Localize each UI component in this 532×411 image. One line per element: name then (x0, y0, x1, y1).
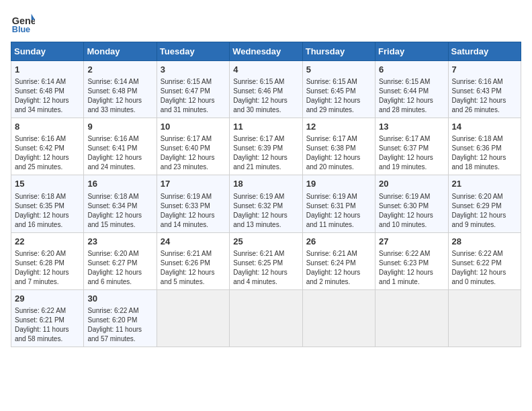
cell-info-line: Sunrise: 6:21 AM (161, 249, 226, 259)
day-number: 28 (452, 236, 517, 248)
cell-info-line: Sunrise: 6:19 AM (306, 192, 371, 201)
calendar-cell: 8Sunrise: 6:16 AMSunset: 6:42 PMDaylight… (11, 118, 84, 175)
calendar-cell: 26Sunrise: 6:21 AMSunset: 6:24 PMDayligh… (302, 232, 375, 289)
day-number: 4 (233, 64, 298, 76)
col-header-thursday: Thursday (302, 42, 375, 61)
cell-info-line: Sunrise: 6:22 AM (87, 306, 152, 316)
cell-info-line: and 26 minutes. (452, 105, 517, 115)
day-number: 2 (87, 64, 152, 76)
cell-info-line: Sunrise: 6:17 AM (306, 134, 371, 144)
cell-info-line: and 1 minute. (379, 277, 444, 287)
cell-info-line: Daylight: 12 hours (379, 96, 444, 105)
cell-info-line: and 19 minutes. (379, 163, 444, 172)
cell-info-line: Daylight: 12 hours (379, 211, 444, 220)
cell-info-line: Sunrise: 6:21 AM (306, 249, 371, 259)
col-header-sunday: Sunday (11, 42, 84, 61)
cell-info-line: Sunrise: 6:20 AM (15, 249, 80, 259)
cell-info-line: and 34 minutes. (15, 105, 80, 115)
cell-info-line: Daylight: 11 hours (15, 325, 80, 334)
col-header-tuesday: Tuesday (157, 42, 229, 61)
cell-info-line: Daylight: 12 hours (87, 153, 152, 163)
cell-info-line: and 16 minutes. (15, 220, 80, 230)
calendar-cell: 29Sunrise: 6:22 AMSunset: 6:21 PMDayligh… (11, 289, 84, 347)
cell-info-line: Daylight: 12 hours (379, 268, 444, 277)
cell-info-line: and 24 minutes. (87, 163, 152, 172)
cell-info-line: Sunset: 6:31 PM (306, 201, 371, 211)
cell-info-line: and 18 minutes. (452, 163, 517, 172)
calendar-cell: 2Sunrise: 6:14 AMSunset: 6:48 PMDaylight… (84, 61, 157, 118)
cell-info-line: Sunset: 6:26 PM (161, 259, 226, 268)
day-number: 3 (161, 64, 226, 76)
cell-info-line: Sunset: 6:21 PM (15, 316, 80, 325)
cell-info-line: Sunset: 6:33 PM (161, 201, 226, 211)
calendar-cell: 15Sunrise: 6:18 AMSunset: 6:35 PMDayligh… (11, 175, 84, 232)
cell-info-line: Daylight: 12 hours (161, 153, 226, 163)
day-number: 9 (87, 121, 152, 133)
cell-info-line: Sunrise: 6:22 AM (452, 249, 517, 259)
cell-info-line: Sunset: 6:41 PM (87, 144, 152, 153)
cell-info-line: Daylight: 12 hours (87, 268, 152, 277)
cell-info-line: Daylight: 12 hours (87, 211, 152, 220)
cell-info-line: Sunset: 6:20 PM (87, 316, 152, 325)
cell-info-line: and 5 minutes. (161, 277, 226, 287)
cell-info-line: Sunrise: 6:22 AM (379, 249, 444, 259)
calendar-cell: 10Sunrise: 6:17 AMSunset: 6:40 PMDayligh… (157, 118, 229, 175)
cell-info-line: Sunset: 6:46 PM (233, 87, 298, 96)
cell-info-line: Daylight: 12 hours (452, 211, 517, 220)
day-number: 30 (87, 293, 152, 305)
calendar-cell: 20Sunrise: 6:19 AMSunset: 6:30 PMDayligh… (375, 175, 448, 232)
cell-info-line: Sunrise: 6:19 AM (233, 192, 298, 201)
cell-info-line: and 21 minutes. (233, 163, 298, 172)
calendar-cell: 14Sunrise: 6:18 AMSunset: 6:36 PMDayligh… (448, 118, 521, 175)
calendar-cell: 22Sunrise: 6:20 AMSunset: 6:28 PMDayligh… (11, 232, 84, 289)
calendar-cell: 27Sunrise: 6:22 AMSunset: 6:23 PMDayligh… (375, 232, 448, 289)
day-number: 7 (452, 64, 517, 76)
cell-info-line: Daylight: 12 hours (87, 96, 152, 105)
cell-info-line: Sunrise: 6:18 AM (87, 192, 152, 201)
cell-info-line: Daylight: 12 hours (233, 96, 298, 105)
calendar-cell: 18Sunrise: 6:19 AMSunset: 6:32 PMDayligh… (230, 175, 302, 232)
page-header: General Blue (11, 11, 521, 35)
cell-info-line: and 28 minutes. (379, 105, 444, 115)
day-number: 20 (379, 178, 444, 190)
calendar-cell (375, 289, 448, 347)
cell-info-line: and 14 minutes. (161, 220, 226, 230)
day-number: 10 (161, 121, 226, 133)
cell-info-line: Daylight: 12 hours (306, 96, 371, 105)
cell-info-line: Daylight: 12 hours (233, 268, 298, 277)
cell-info-line: Sunrise: 6:20 AM (452, 192, 517, 201)
day-number: 1 (15, 64, 80, 76)
day-number: 11 (233, 121, 298, 133)
calendar-cell: 11Sunrise: 6:17 AMSunset: 6:39 PMDayligh… (230, 118, 302, 175)
day-number: 26 (306, 236, 371, 248)
cell-info-line: and 4 minutes. (233, 277, 298, 287)
calendar-cell: 19Sunrise: 6:19 AMSunset: 6:31 PMDayligh… (302, 175, 375, 232)
logo: General Blue (11, 11, 35, 35)
cell-info-line: Sunrise: 6:20 AM (87, 249, 152, 259)
cell-info-line: Sunset: 6:34 PM (87, 201, 152, 211)
calendar-cell: 3Sunrise: 6:15 AMSunset: 6:47 PMDaylight… (157, 61, 229, 118)
calendar-cell (157, 289, 229, 347)
cell-info-line: Sunrise: 6:15 AM (233, 77, 298, 87)
cell-info-line: Daylight: 12 hours (161, 211, 226, 220)
cell-info-line: and 20 minutes. (306, 163, 371, 172)
day-number: 24 (161, 236, 226, 248)
cell-info-line: Daylight: 12 hours (452, 268, 517, 277)
col-header-friday: Friday (375, 42, 448, 61)
cell-info-line: Daylight: 12 hours (452, 96, 517, 105)
day-number: 21 (452, 178, 517, 190)
calendar-cell: 13Sunrise: 6:17 AMSunset: 6:37 PMDayligh… (375, 118, 448, 175)
calendar-cell (448, 289, 521, 347)
cell-info-line: Sunset: 6:39 PM (233, 144, 298, 153)
cell-info-line: Sunrise: 6:22 AM (15, 306, 80, 316)
calendar-cell: 9Sunrise: 6:16 AMSunset: 6:41 PMDaylight… (84, 118, 157, 175)
cell-info-line: Sunset: 6:48 PM (15, 87, 80, 96)
day-number: 12 (306, 121, 371, 133)
cell-info-line: Daylight: 12 hours (306, 153, 371, 163)
calendar-cell: 23Sunrise: 6:20 AMSunset: 6:27 PMDayligh… (84, 232, 157, 289)
cell-info-line: Sunrise: 6:15 AM (379, 77, 444, 87)
day-number: 6 (379, 64, 444, 76)
cell-info-line: Sunset: 6:28 PM (15, 259, 80, 268)
calendar-cell: 17Sunrise: 6:19 AMSunset: 6:33 PMDayligh… (157, 175, 229, 232)
cell-info-line: Sunrise: 6:16 AM (15, 134, 80, 144)
